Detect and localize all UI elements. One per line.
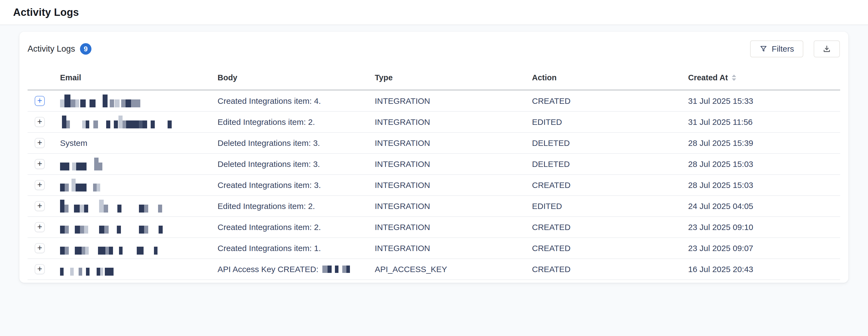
redacted-pixel [139, 226, 144, 233]
action-cell: CREATED [532, 223, 688, 232]
body-cell: Created Integrations item: 3. [218, 180, 375, 190]
body-text: API Access Key CREATED: [218, 265, 318, 274]
redacted-pixel [93, 184, 97, 192]
sort-icon[interactable] [732, 75, 736, 81]
filter-icon [760, 45, 768, 53]
body-text: Edited Integrations item: 2. [218, 117, 315, 127]
redacted-pixel [114, 120, 118, 129]
expand-row-button[interactable]: + [35, 222, 45, 232]
email-cell [60, 179, 218, 192]
expand-row-button[interactable]: + [35, 243, 45, 253]
redacted-pixel [64, 205, 68, 213]
body-text: Deleted Integrations item: 3. [218, 160, 320, 169]
redacted-pixel [109, 247, 113, 255]
redacted-pixel [342, 265, 346, 273]
redacted-pixel [86, 120, 89, 129]
expand-row-button[interactable]: + [35, 159, 45, 169]
column-header-created-at[interactable]: Created At [688, 73, 840, 82]
body-cell: API Access Key CREATED: [218, 264, 375, 274]
column-header-type: Type [375, 73, 532, 82]
redacted-pixel [76, 163, 87, 170]
column-header-email: Email [60, 73, 218, 82]
download-button[interactable] [814, 40, 840, 57]
expand-cell: + [28, 222, 60, 232]
redacted-pixel [60, 200, 64, 213]
redacted-pixel [64, 94, 70, 107]
page-title: Activity Logs [13, 6, 79, 18]
redacted-pixel [60, 226, 65, 233]
redacted-pixel [82, 247, 85, 255]
plus-icon: + [37, 139, 42, 147]
action-cell: DELETED [532, 139, 688, 148]
expand-row-button[interactable]: + [35, 264, 45, 274]
action-cell: DELETED [532, 160, 688, 169]
expand-cell: + [28, 159, 60, 169]
created-at-label: Created At [688, 73, 728, 82]
redacted-pixel [98, 247, 105, 255]
created-at-cell: 24 Jul 2025 04:05 [688, 202, 840, 211]
expand-row-button[interactable]: + [35, 117, 45, 127]
action-cell: CREATED [532, 265, 688, 274]
redacted-pixel [105, 247, 109, 255]
sort-asc-icon [732, 75, 736, 77]
sort-desc-icon [732, 78, 736, 81]
action-cell: CREATED [532, 180, 688, 190]
table-row: + System Deleted Integrations item: 3. I… [28, 133, 840, 154]
redacted-pixel [60, 163, 69, 170]
redacted-pixel [139, 205, 144, 213]
table-row: + Created Integrations item: 2. INTEGRAT… [28, 217, 840, 238]
email-cell [60, 263, 218, 276]
redacted-pixel [346, 265, 350, 273]
redacted-email [60, 94, 218, 107]
redacted-pixel [123, 120, 126, 129]
expand-cell: + [28, 243, 60, 253]
redacted-pixel [70, 100, 75, 107]
redacted-pixel [158, 205, 162, 213]
redacted-pixel [75, 247, 82, 255]
plus-icon: + [37, 117, 42, 126]
table-header-row: Email Body Type Action Created At [28, 73, 840, 91]
expand-row-button[interactable]: + [35, 96, 45, 106]
expand-row-button[interactable]: + [35, 138, 45, 148]
expand-cell: + [28, 180, 60, 190]
redacted-pixel [328, 265, 332, 273]
redacted-pixel [75, 226, 80, 233]
redacted-pixel [335, 265, 338, 273]
redacted-pixel [80, 226, 84, 233]
expand-row-button[interactable]: + [35, 180, 45, 190]
body-text: Edited Integrations item: 2. [218, 202, 315, 211]
plus-icon: + [37, 180, 42, 189]
expand-cell: + [28, 96, 60, 106]
redacted-pixel [70, 268, 74, 276]
action-cell: CREATED [532, 244, 688, 253]
redacted-email [60, 158, 218, 170]
redacted-pixel [97, 184, 100, 192]
created-at-cell: 23 Jul 2025 09:10 [688, 223, 840, 232]
email-cell [60, 221, 218, 233]
type-cell: INTEGRATION [375, 96, 532, 106]
type-cell: INTEGRATION [375, 223, 532, 232]
redacted-pixel [80, 205, 84, 213]
table-row: + Created Integrations item: 1. INTEGRAT… [28, 238, 840, 259]
redacted-pixel [84, 205, 88, 213]
plus-icon: + [37, 265, 42, 273]
email-cell [60, 94, 218, 107]
redacted-pixel [117, 226, 121, 233]
type-cell: INTEGRATION [375, 139, 532, 148]
body-cell: Created Integrations item: 1. [218, 244, 375, 253]
redacted-email [60, 221, 218, 233]
redacted-email [60, 200, 218, 213]
expand-row-button[interactable]: + [35, 201, 45, 211]
redacted-pixel [66, 120, 70, 129]
created-at-cell: 23 Jul 2025 09:07 [688, 244, 840, 253]
expand-cell: + [28, 201, 60, 211]
redacted-email [60, 242, 218, 255]
expand-cell: + [28, 264, 60, 274]
created-at-cell: 16 Jul 2025 20:43 [688, 265, 840, 274]
redacted-pixel [75, 100, 79, 107]
redacted-pixel [71, 179, 75, 192]
action-cell: CREATED [532, 96, 688, 106]
card-header: Activity Logs 9 Filters [20, 32, 848, 57]
redacted-pixel [139, 120, 143, 129]
filters-button[interactable]: Filters [750, 40, 803, 57]
